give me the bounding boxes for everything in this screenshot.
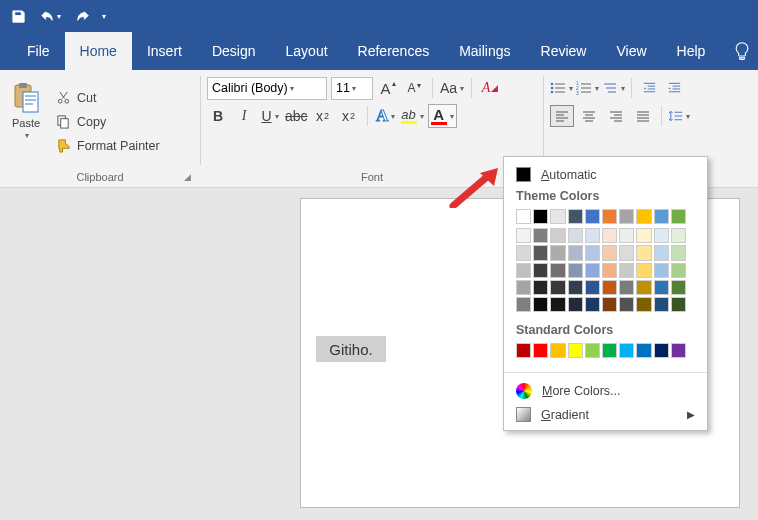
color-swatch[interactable] (619, 228, 634, 243)
numbering-button[interactable]: 123▾ (576, 76, 599, 100)
save-icon[interactable] (6, 4, 30, 28)
color-swatch[interactable] (585, 343, 600, 358)
color-swatch[interactable] (585, 297, 600, 312)
gradient-item[interactable]: Gradient ▶ (504, 403, 707, 426)
color-swatch[interactable] (550, 228, 565, 243)
strikethrough-button[interactable]: abc (285, 104, 308, 128)
color-swatch[interactable] (585, 209, 600, 224)
color-swatch[interactable] (533, 343, 548, 358)
color-swatch[interactable] (636, 263, 651, 278)
color-swatch[interactable] (636, 228, 651, 243)
color-swatch[interactable] (654, 209, 669, 224)
color-swatch[interactable] (568, 209, 583, 224)
increase-indent-button[interactable] (663, 76, 685, 100)
customize-qat-icon[interactable]: ▾ (98, 4, 110, 28)
color-swatch[interactable] (654, 228, 669, 243)
copy-button[interactable]: Copy (52, 111, 164, 133)
color-swatch[interactable] (619, 297, 634, 312)
color-swatch[interactable] (568, 297, 583, 312)
tab-review[interactable]: Review (526, 32, 602, 70)
more-colors-item[interactable]: More Colors... (504, 379, 707, 403)
color-swatch[interactable] (671, 297, 686, 312)
tab-help[interactable]: Help (662, 32, 721, 70)
cut-button[interactable]: Cut (52, 87, 164, 109)
tab-design[interactable]: Design (197, 32, 271, 70)
tab-mailings[interactable]: Mailings (444, 32, 525, 70)
color-swatch[interactable] (671, 228, 686, 243)
color-swatch[interactable] (602, 343, 617, 358)
color-swatch[interactable] (568, 280, 583, 295)
underline-button[interactable]: U▾ (259, 104, 281, 128)
justify-button[interactable] (631, 105, 655, 127)
multilevel-list-button[interactable]: ▾ (602, 76, 625, 100)
grow-font-button[interactable]: A▴ (377, 76, 399, 100)
color-swatch[interactable] (602, 280, 617, 295)
dialog-launcher-icon[interactable]: ◢ (184, 172, 196, 184)
tab-references[interactable]: References (343, 32, 445, 70)
highlight-button[interactable]: ab▾ (401, 104, 424, 128)
color-swatch[interactable] (654, 343, 669, 358)
text-effects-button[interactable]: A▾ (375, 104, 397, 128)
color-swatch[interactable] (568, 228, 583, 243)
color-swatch[interactable] (516, 263, 531, 278)
decrease-indent-button[interactable] (638, 76, 660, 100)
color-swatch[interactable] (585, 228, 600, 243)
color-swatch[interactable] (533, 280, 548, 295)
color-swatch[interactable] (636, 209, 651, 224)
color-swatch[interactable] (602, 297, 617, 312)
clear-formatting-button[interactable]: A◢ (479, 76, 501, 100)
tell-me-icon[interactable] (720, 32, 758, 70)
color-swatch[interactable] (619, 280, 634, 295)
color-swatch[interactable] (619, 245, 634, 260)
color-swatch[interactable] (550, 297, 565, 312)
color-swatch[interactable] (550, 245, 565, 260)
color-swatch[interactable] (619, 343, 634, 358)
color-swatch[interactable] (636, 297, 651, 312)
redo-icon[interactable] (70, 4, 94, 28)
color-swatch[interactable] (533, 245, 548, 260)
italic-button[interactable]: I (233, 104, 255, 128)
tab-file[interactable]: File (12, 32, 65, 70)
font-color-button[interactable]: A▾ (428, 104, 457, 128)
color-swatch[interactable] (516, 280, 531, 295)
color-swatch[interactable] (671, 280, 686, 295)
change-case-button[interactable]: Aa▾ (440, 76, 464, 100)
color-swatch[interactable] (516, 245, 531, 260)
paste-button[interactable]: Paste ▾ (6, 74, 46, 146)
color-swatch[interactable] (585, 280, 600, 295)
color-swatch[interactable] (533, 297, 548, 312)
font-size-select[interactable]: 11 ▾ (331, 77, 373, 100)
color-swatch[interactable] (516, 297, 531, 312)
line-spacing-button[interactable]: ▾ (668, 104, 690, 128)
undo-icon[interactable]: ▾ (34, 4, 66, 28)
color-swatch[interactable] (568, 263, 583, 278)
tab-layout[interactable]: Layout (271, 32, 343, 70)
font-name-select[interactable]: Calibri (Body) ▾ (207, 77, 327, 100)
tab-view[interactable]: View (601, 32, 661, 70)
color-swatch[interactable] (671, 245, 686, 260)
color-swatch[interactable] (602, 263, 617, 278)
color-swatch[interactable] (636, 343, 651, 358)
color-swatch[interactable] (550, 209, 565, 224)
color-swatch[interactable] (654, 245, 669, 260)
shrink-font-button[interactable]: A▾ (403, 76, 425, 100)
bullets-button[interactable]: ▾ (550, 76, 573, 100)
color-swatch[interactable] (671, 209, 686, 224)
color-swatch[interactable] (671, 343, 686, 358)
color-swatch[interactable] (533, 263, 548, 278)
tab-insert[interactable]: Insert (132, 32, 197, 70)
color-swatch[interactable] (602, 245, 617, 260)
color-swatch[interactable] (636, 280, 651, 295)
align-center-button[interactable] (577, 105, 601, 127)
color-swatch[interactable] (533, 209, 548, 224)
color-swatch[interactable] (516, 228, 531, 243)
align-right-button[interactable] (604, 105, 628, 127)
color-swatch[interactable] (654, 297, 669, 312)
color-swatch[interactable] (636, 245, 651, 260)
bold-button[interactable]: B (207, 104, 229, 128)
color-swatch[interactable] (602, 228, 617, 243)
color-swatch[interactable] (568, 343, 583, 358)
color-swatch[interactable] (533, 228, 548, 243)
color-swatch[interactable] (654, 263, 669, 278)
color-swatch[interactable] (550, 343, 565, 358)
